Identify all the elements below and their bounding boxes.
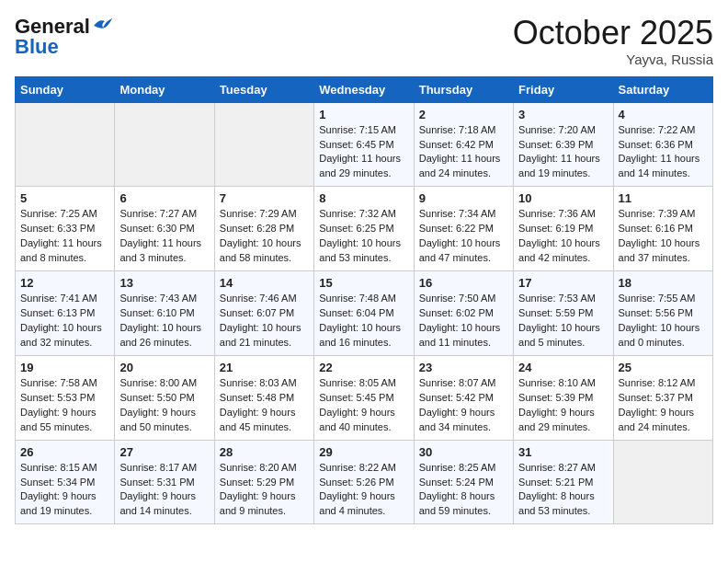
day-number: 18: [619, 276, 708, 290]
calendar-table: SundayMondayTuesdayWednesdayThursdayFrid…: [15, 76, 713, 525]
day-info: Sunrise: 7:39 AM Sunset: 6:16 PM Dayligh…: [619, 207, 708, 266]
calendar-cell: 31Sunrise: 8:27 AM Sunset: 5:21 PM Dayli…: [514, 440, 613, 524]
calendar-cell: 25Sunrise: 8:12 AM Sunset: 5:37 PM Dayli…: [613, 355, 712, 440]
location: Yayva, Russia: [513, 52, 713, 67]
day-info: Sunrise: 7:36 AM Sunset: 6:19 PM Dayligh…: [518, 207, 608, 266]
day-number: 19: [20, 361, 109, 374]
day-info: Sunrise: 8:22 AM Sunset: 5:26 PM Dayligh…: [319, 461, 408, 520]
day-number: 24: [518, 361, 608, 374]
calendar-cell: 17Sunrise: 7:53 AM Sunset: 5:59 PM Dayli…: [514, 271, 613, 356]
calendar-cell: 10Sunrise: 7:36 AM Sunset: 6:19 PM Dayli…: [514, 187, 613, 271]
day-number: 5: [20, 191, 109, 205]
day-number: 10: [518, 191, 608, 205]
day-number: 12: [20, 276, 109, 290]
day-number: 7: [220, 191, 309, 205]
calendar-week-row: 5Sunrise: 7:25 AM Sunset: 6:33 PM Daylig…: [16, 187, 713, 271]
calendar-cell: 24Sunrise: 8:10 AM Sunset: 5:39 PM Dayli…: [514, 355, 613, 440]
calendar-cell: 20Sunrise: 8:00 AM Sunset: 5:50 PM Dayli…: [115, 355, 214, 440]
day-info: Sunrise: 7:25 AM Sunset: 6:33 PM Dayligh…: [20, 207, 109, 266]
day-number: 15: [319, 276, 408, 290]
calendar-week-row: 1Sunrise: 7:15 AM Sunset: 6:45 PM Daylig…: [16, 102, 713, 187]
day-of-week-header: Saturday: [613, 76, 712, 102]
day-info: Sunrise: 7:43 AM Sunset: 6:10 PM Dayligh…: [119, 292, 209, 350]
day-info: Sunrise: 7:46 AM Sunset: 6:07 PM Dayligh…: [220, 292, 309, 350]
day-number: 6: [119, 191, 209, 205]
day-info: Sunrise: 7:29 AM Sunset: 6:28 PM Dayligh…: [220, 207, 309, 266]
day-info: Sunrise: 7:41 AM Sunset: 6:13 PM Dayligh…: [20, 292, 109, 350]
calendar-week-row: 26Sunrise: 8:15 AM Sunset: 5:34 PM Dayli…: [16, 440, 713, 524]
day-info: Sunrise: 7:22 AM Sunset: 6:36 PM Dayligh…: [619, 123, 708, 182]
day-of-week-header: Thursday: [414, 76, 513, 102]
day-number: 22: [319, 361, 408, 374]
day-info: Sunrise: 7:32 AM Sunset: 6:25 PM Dayligh…: [319, 207, 408, 266]
calendar-cell: 15Sunrise: 7:48 AM Sunset: 6:04 PM Dayli…: [314, 271, 414, 356]
calendar-cell: 27Sunrise: 8:17 AM Sunset: 5:31 PM Dayli…: [115, 440, 214, 524]
calendar-cell: 7Sunrise: 7:29 AM Sunset: 6:28 PM Daylig…: [214, 187, 313, 271]
calendar-cell: 23Sunrise: 8:07 AM Sunset: 5:42 PM Dayli…: [414, 355, 513, 440]
calendar-cell: 2Sunrise: 7:18 AM Sunset: 6:42 PM Daylig…: [414, 102, 513, 187]
day-info: Sunrise: 8:03 AM Sunset: 5:48 PM Dayligh…: [220, 376, 309, 435]
day-of-week-header: Tuesday: [214, 76, 313, 102]
calendar-cell: [613, 440, 712, 524]
day-number: 16: [419, 276, 508, 290]
day-info: Sunrise: 8:00 AM Sunset: 5:50 PM Dayligh…: [119, 376, 209, 435]
calendar-cell: 6Sunrise: 7:27 AM Sunset: 6:30 PM Daylig…: [115, 187, 214, 271]
day-info: Sunrise: 8:20 AM Sunset: 5:29 PM Dayligh…: [220, 461, 309, 520]
calendar-cell: 4Sunrise: 7:22 AM Sunset: 6:36 PM Daylig…: [613, 102, 712, 187]
day-number: 29: [319, 445, 408, 459]
calendar-cell: [214, 102, 313, 187]
day-number: 25: [619, 361, 708, 374]
day-number: 21: [220, 361, 309, 374]
day-number: 8: [319, 191, 408, 205]
day-number: 23: [419, 361, 508, 374]
calendar-cell: 5Sunrise: 7:25 AM Sunset: 6:33 PM Daylig…: [16, 187, 115, 271]
calendar-cell: 3Sunrise: 7:20 AM Sunset: 6:39 PM Daylig…: [514, 102, 613, 187]
day-number: 3: [518, 108, 608, 121]
calendar-cell: 9Sunrise: 7:34 AM Sunset: 6:22 PM Daylig…: [414, 187, 513, 271]
day-number: 17: [518, 276, 608, 290]
day-info: Sunrise: 7:15 AM Sunset: 6:45 PM Dayligh…: [319, 123, 408, 182]
calendar-cell: 14Sunrise: 7:46 AM Sunset: 6:07 PM Dayli…: [214, 271, 313, 356]
calendar-cell: 1Sunrise: 7:15 AM Sunset: 6:45 PM Daylig…: [314, 102, 414, 187]
day-number: 9: [419, 191, 508, 205]
calendar-cell: 13Sunrise: 7:43 AM Sunset: 6:10 PM Dayli…: [115, 271, 214, 356]
calendar-cell: 8Sunrise: 7:32 AM Sunset: 6:25 PM Daylig…: [314, 187, 414, 271]
day-info: Sunrise: 8:15 AM Sunset: 5:34 PM Dayligh…: [20, 461, 109, 520]
page-header: General Blue October 2025 Yayva, Russia: [15, 15, 713, 67]
calendar-cell: [115, 102, 214, 187]
day-info: Sunrise: 7:50 AM Sunset: 6:02 PM Dayligh…: [419, 292, 508, 350]
day-of-week-header: Friday: [514, 76, 613, 102]
day-of-week-header: Wednesday: [314, 76, 414, 102]
day-number: 27: [119, 445, 209, 459]
day-info: Sunrise: 8:12 AM Sunset: 5:37 PM Dayligh…: [619, 376, 708, 435]
calendar-cell: 19Sunrise: 7:58 AM Sunset: 5:53 PM Dayli…: [16, 355, 115, 440]
day-info: Sunrise: 8:25 AM Sunset: 5:24 PM Dayligh…: [419, 461, 508, 520]
day-info: Sunrise: 7:48 AM Sunset: 6:04 PM Dayligh…: [319, 292, 408, 350]
logo-blue: Blue: [15, 35, 59, 59]
logo: General Blue: [15, 15, 112, 59]
calendar-week-row: 19Sunrise: 7:58 AM Sunset: 5:53 PM Dayli…: [16, 355, 713, 440]
logo-bird-icon: [92, 17, 112, 33]
day-number: 26: [20, 445, 109, 459]
day-number: 11: [619, 191, 708, 205]
day-info: Sunrise: 8:05 AM Sunset: 5:45 PM Dayligh…: [319, 376, 408, 435]
day-info: Sunrise: 7:27 AM Sunset: 6:30 PM Dayligh…: [119, 207, 209, 266]
calendar-cell: 26Sunrise: 8:15 AM Sunset: 5:34 PM Dayli…: [16, 440, 115, 524]
day-of-week-header: Monday: [115, 76, 214, 102]
day-info: Sunrise: 8:27 AM Sunset: 5:21 PM Dayligh…: [518, 461, 608, 520]
day-info: Sunrise: 7:53 AM Sunset: 5:59 PM Dayligh…: [518, 292, 608, 350]
day-info: Sunrise: 7:20 AM Sunset: 6:39 PM Dayligh…: [518, 123, 608, 182]
day-number: 13: [119, 276, 209, 290]
day-of-week-header: Sunday: [16, 76, 115, 102]
month-title: October 2025: [513, 15, 713, 52]
day-number: 14: [220, 276, 309, 290]
calendar-cell: 22Sunrise: 8:05 AM Sunset: 5:45 PM Dayli…: [314, 355, 414, 440]
day-info: Sunrise: 7:34 AM Sunset: 6:22 PM Dayligh…: [419, 207, 508, 266]
calendar-cell: 29Sunrise: 8:22 AM Sunset: 5:26 PM Dayli…: [314, 440, 414, 524]
calendar-cell: [16, 102, 115, 187]
day-info: Sunrise: 7:55 AM Sunset: 5:56 PM Dayligh…: [619, 292, 708, 350]
day-info: Sunrise: 8:10 AM Sunset: 5:39 PM Dayligh…: [518, 376, 608, 435]
day-number: 1: [319, 108, 408, 121]
calendar-cell: 16Sunrise: 7:50 AM Sunset: 6:02 PM Dayli…: [414, 271, 513, 356]
calendar-cell: 11Sunrise: 7:39 AM Sunset: 6:16 PM Dayli…: [613, 187, 712, 271]
